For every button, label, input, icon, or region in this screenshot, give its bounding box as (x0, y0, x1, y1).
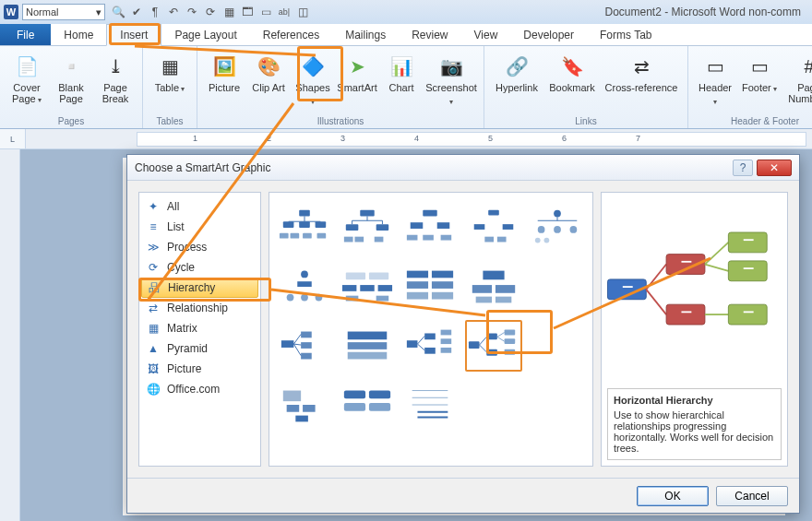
cat-label: All (167, 200, 179, 213)
svg-rect-12 (376, 224, 389, 231)
smartart-label: SmartArt (337, 82, 376, 93)
group-pages: 📄 Cover Page ▾ ▫️ Blank Page ⤓ Page Brea… (0, 46, 143, 128)
gallery-thumb[interactable] (402, 202, 458, 254)
smartart-icon: ➤ (343, 53, 371, 80)
svg-rect-26 (488, 210, 499, 216)
tab-file[interactable]: File (0, 24, 51, 45)
gallery-thumb-selected[interactable] (465, 320, 522, 372)
svg-rect-27 (474, 224, 485, 230)
category-cycle[interactable]: ⟳Cycle (139, 257, 260, 278)
gallery-thumb[interactable] (530, 320, 585, 372)
chart-button[interactable]: 📊 Chart (380, 50, 423, 111)
cross-reference-icon: ⇄ (627, 53, 655, 80)
gallery-thumb[interactable] (465, 202, 522, 254)
hyperlink-button[interactable]: 🔗 Hyperlink (490, 50, 543, 96)
print-preview-icon[interactable]: 🔍 (111, 5, 125, 19)
bookmark-button[interactable]: 🔖 Bookmark (545, 50, 599, 96)
shapes-button[interactable]: 🔷 Shapes ▾ (292, 50, 334, 111)
tab-mailings[interactable]: Mailings (332, 24, 399, 45)
tab-home[interactable]: Home (51, 24, 106, 45)
dialog-titlebar[interactable]: Choose a SmartArt Graphic ? ✕ (127, 155, 799, 181)
redo-icon[interactable]: ↷ (185, 5, 199, 19)
cat-label: Pyramid (167, 342, 208, 355)
table-button[interactable]: ▦ Table ▾ (149, 50, 191, 98)
gallery-thumb[interactable] (277, 261, 332, 313)
category-all[interactable]: ✦All (139, 196, 260, 217)
vertical-ruler[interactable] (0, 149, 20, 521)
category-list[interactable]: ≡List (139, 217, 260, 237)
dialog-close-button[interactable]: ✕ (757, 160, 792, 176)
page-number-button[interactable]: # Page Number ▾ (782, 50, 812, 111)
gallery-thumb[interactable] (340, 202, 395, 254)
preview-icon[interactable]: 🗔 (240, 5, 255, 19)
category-pyramid[interactable]: ▲Pyramid (139, 338, 260, 359)
chart-label: Chart (389, 82, 414, 93)
svg-rect-76 (441, 338, 452, 344)
svg-line-78 (417, 336, 424, 344)
cross-reference-button[interactable]: ⇄ Cross-reference (601, 50, 682, 96)
svg-rect-72 (407, 340, 418, 348)
insert-icon[interactable]: ▭ (258, 5, 273, 19)
picture-button[interactable]: 🖼️ Picture (203, 50, 245, 111)
tab-developer[interactable]: Developer (510, 24, 587, 45)
gallery-thumb[interactable] (465, 379, 522, 431)
gallery-thumb[interactable] (465, 261, 522, 313)
table-icon[interactable]: ▦ (221, 5, 236, 19)
tab-forms[interactable]: Forms Tab (587, 24, 664, 45)
pilcrow-icon[interactable]: ¶ (148, 5, 162, 19)
gallery-thumb[interactable] (402, 261, 458, 313)
smartart-button[interactable]: ➤ SmartArt (336, 50, 378, 111)
category-matrix[interactable]: ▦Matrix (139, 318, 260, 338)
ok-button[interactable]: OK (637, 486, 709, 506)
footer-button[interactable]: ▭ Footer ▾ (738, 50, 781, 111)
gallery-thumb[interactable] (277, 320, 332, 372)
svg-rect-3 (283, 221, 294, 228)
category-relationship[interactable]: ⇄Relationship (139, 298, 260, 318)
undo-icon[interactable]: ↶ (166, 5, 181, 19)
category-process[interactable]: ≫Process (139, 237, 260, 257)
cancel-button[interactable]: Cancel (716, 486, 788, 506)
gallery-thumb[interactable] (530, 202, 585, 254)
tab-page-layout[interactable]: Page Layout (161, 24, 249, 45)
gallery-thumb[interactable] (402, 379, 458, 431)
abc-icon[interactable]: ab| (277, 5, 292, 19)
tab-insert[interactable]: Insert (106, 24, 161, 46)
gallery-thumb[interactable] (277, 379, 332, 431)
style-combo[interactable]: Normal ▾ (22, 4, 105, 20)
svg-point-42 (301, 294, 308, 302)
gallery-thumb[interactable] (530, 261, 585, 313)
svg-rect-24 (423, 235, 434, 241)
gallery-thumb[interactable] (340, 379, 395, 431)
blank-page-button[interactable]: ▫️ Blank Page (50, 50, 92, 109)
horizontal-ruler[interactable]: 1 2 3 4 5 6 7 (137, 132, 806, 147)
gallery-thumb[interactable] (340, 320, 395, 372)
format-icon[interactable]: ◫ (295, 5, 310, 19)
category-picture[interactable]: 🖼Picture (139, 359, 260, 379)
dialog-help-button[interactable]: ? (733, 160, 753, 176)
cover-page-button[interactable]: 📄 Cover Page ▾ (6, 50, 48, 109)
tab-review[interactable]: Review (399, 24, 460, 45)
svg-rect-21 (411, 222, 424, 229)
svg-rect-52 (432, 271, 453, 278)
clip-art-button[interactable]: 🎨 Clip Art (247, 50, 290, 111)
spell-check-icon[interactable]: ✔ (129, 5, 144, 19)
svg-rect-108 (666, 255, 705, 275)
group-header-footer: ▭ Header ▾ ▭ Footer ▾ # Page Number ▾ He… (688, 46, 812, 128)
refresh-icon[interactable]: ⟳ (203, 5, 218, 19)
svg-rect-4 (299, 221, 310, 228)
group-illustrations: 🖼️ Picture 🎨 Clip Art 🔷 Shapes ▾ ➤ Smart… (197, 46, 484, 128)
gallery-thumb[interactable] (402, 320, 458, 372)
category-hierarchy[interactable]: 品Hierarchy (141, 278, 258, 298)
page-break-button[interactable]: ⤓ Page Break (94, 50, 137, 109)
header-button[interactable]: ▭ Header ▾ (694, 50, 736, 111)
category-office-com[interactable]: 🌐Office.com (139, 379, 260, 399)
tab-view[interactable]: View (461, 24, 511, 45)
svg-rect-60 (476, 297, 492, 303)
tab-references[interactable]: References (250, 24, 332, 45)
preview-text: Use to show hierarchical relationships p… (614, 409, 775, 454)
footer-label: Footer (742, 82, 771, 93)
gallery-thumb[interactable] (277, 202, 332, 254)
gallery-thumb[interactable] (530, 379, 585, 431)
gallery-thumb[interactable] (340, 261, 395, 313)
screenshot-button[interactable]: 📷 Screenshot ▾ (424, 50, 478, 111)
